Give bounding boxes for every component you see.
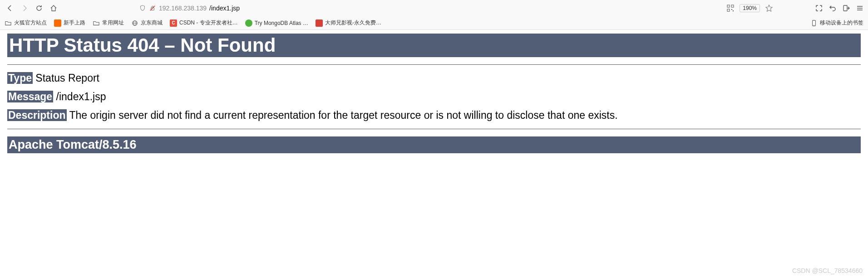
shield-icon xyxy=(139,5,146,12)
menu-icon[interactable] xyxy=(855,4,864,13)
bookmark-common[interactable]: 常用网址 xyxy=(93,19,124,27)
screenshot-icon[interactable] xyxy=(814,4,824,13)
bookmark-firefox-official[interactable]: 火狐官方站点 xyxy=(5,19,47,27)
toolbar-right: 190% xyxy=(726,4,864,13)
bookmark-dashixiong[interactable]: 大师兄影视-永久免费… xyxy=(316,19,381,27)
error-message-line: Message /index1.jsp xyxy=(7,91,861,103)
url-path: /index1.jsp xyxy=(209,5,240,12)
browser-toolbar: 192.168.238.139/index1.jsp 190% xyxy=(0,0,868,16)
svg-rect-5 xyxy=(731,9,732,10)
bookmark-newbie[interactable]: 新手上路 xyxy=(54,19,85,27)
bookmark-mongodb[interactable]: Try MongoDB Atlas … xyxy=(245,19,308,27)
bookmark-label: Try MongoDB Atlas … xyxy=(255,20,308,26)
svg-rect-3 xyxy=(731,5,734,7)
divider xyxy=(7,64,861,65)
svg-rect-4 xyxy=(727,9,730,11)
divider xyxy=(7,129,861,129)
globe-icon xyxy=(131,19,138,27)
bookmarks-bar: 火狐官方站点 新手上路 常用网址 京东商城 C CSDN - 专业开发者社… T… xyxy=(0,16,868,30)
folder-icon xyxy=(93,19,100,27)
mobile-icon xyxy=(810,19,818,27)
error-type-value: Status Report xyxy=(33,72,99,84)
lock-insecure-icon xyxy=(149,5,156,12)
back-button[interactable] xyxy=(4,2,16,15)
error-message-value: /index1.jsp xyxy=(53,91,106,102)
favicon-icon xyxy=(245,19,252,27)
bookmark-mobile[interactable]: 移动设备上的书签 xyxy=(810,19,863,27)
forward-button[interactable] xyxy=(18,2,31,15)
svg-rect-2 xyxy=(727,5,730,7)
bookmark-label: 移动设备上的书签 xyxy=(820,19,863,27)
bookmark-label: 火狐官方站点 xyxy=(14,19,47,27)
favicon-icon xyxy=(54,19,61,27)
reload-button[interactable] xyxy=(33,2,45,15)
undo-icon[interactable] xyxy=(828,4,837,13)
favicon-icon xyxy=(316,19,323,27)
page-content: HTTP Status 404 – Not Found Type Status … xyxy=(0,30,868,157)
error-message-label: Message xyxy=(7,91,53,102)
error-type-label: Type xyxy=(7,72,33,84)
error-type-line: Type Status Report xyxy=(7,72,861,84)
bookmark-star-icon[interactable] xyxy=(764,4,774,13)
url-host: 192.168.238.139 xyxy=(159,5,207,12)
error-heading: HTTP Status 404 – Not Found xyxy=(7,34,861,57)
favicon-icon: C xyxy=(170,19,177,27)
url-bar[interactable]: 192.168.238.139/index1.jsp xyxy=(139,1,656,15)
folder-icon xyxy=(5,19,12,27)
qr-icon[interactable] xyxy=(726,4,735,13)
bookmark-jd[interactable]: 京东商城 xyxy=(131,19,163,27)
bookmark-label: 常用网址 xyxy=(102,19,124,27)
svg-rect-6 xyxy=(733,10,734,11)
bookmark-label: 京东商城 xyxy=(141,19,163,27)
svg-point-15 xyxy=(814,24,814,25)
bookmark-label: 新手上路 xyxy=(64,19,85,27)
error-description-label: Description xyxy=(7,109,67,121)
zoom-level[interactable]: 190% xyxy=(740,4,760,12)
server-info: Apache Tomcat/8.5.16 xyxy=(7,136,861,153)
error-description-value: The origin server did not find a current… xyxy=(67,109,618,121)
bookmark-label: CSDN - 专业开发者社… xyxy=(179,19,238,27)
bookmark-label: 大师兄影视-永久免费… xyxy=(325,19,381,27)
send-tab-icon[interactable] xyxy=(842,4,851,13)
home-button[interactable] xyxy=(47,2,60,15)
error-description-line: Description The origin server did not fi… xyxy=(7,109,861,121)
bookmark-csdn[interactable]: C CSDN - 专业开发者社… xyxy=(170,19,238,27)
svg-rect-7 xyxy=(843,5,847,11)
